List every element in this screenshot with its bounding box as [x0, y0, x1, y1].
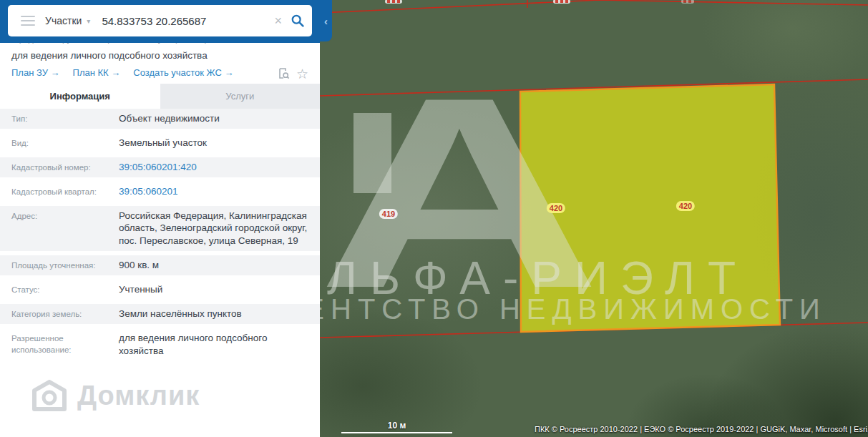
- table-row: Статус: Учтенный: [0, 280, 320, 300]
- chevron-left-icon: ‹: [324, 15, 328, 27]
- row-value: 900 кв. м: [119, 259, 308, 272]
- search-bar: Участки ▾ ×: [8, 5, 312, 36]
- domclick-watermark-text: Домклик: [77, 380, 200, 411]
- table-row: Адрес: Российская Федерация, Калининград…: [0, 206, 320, 252]
- info-panel: Участки ▾ × Земельный участок 39:05:0602…: [0, 0, 320, 437]
- row-value: для ведения личного подсобного хозяйства: [119, 332, 308, 358]
- domclick-house-icon: [29, 379, 70, 412]
- table-row: Кадастровый номер: 39:05:060201:420: [0, 157, 320, 177]
- row-label: Кадастровый квартал:: [11, 187, 119, 198]
- cadastral-overlay: [320, 0, 868, 437]
- row-label: Разрешенное использование:: [11, 333, 119, 355]
- tab-services[interactable]: Услуги: [160, 84, 321, 109]
- map-scale-label: 10 м: [388, 421, 406, 431]
- action-link[interactable]: План КК →: [73, 67, 121, 78]
- action-link[interactable]: Создать участок ЖС →: [133, 67, 233, 78]
- document-search-icon[interactable]: [277, 67, 290, 80]
- panel-collapse-button[interactable]: ‹: [320, 0, 332, 41]
- row-label: Тип:: [11, 114, 119, 125]
- clear-search-icon[interactable]: ×: [274, 14, 282, 27]
- map-attribution: ПКК © Росреестр 2010-2022 | ЕЭКО © Росре…: [535, 425, 868, 433]
- search-category-value: Участки: [45, 15, 82, 26]
- map-label-419[interactable]: 419: [379, 209, 398, 219]
- map-label-420-a[interactable]: 420: [547, 203, 565, 213]
- table-row: Вид: Земельный участок: [0, 133, 320, 153]
- search-category-dropdown[interactable]: Участки ▾: [45, 15, 90, 26]
- star-icon[interactable]: ☆: [296, 67, 308, 81]
- row-value: 39:05:060201: [119, 185, 308, 198]
- map-label-partial: [681, 0, 694, 4]
- row-value: Учтенный: [119, 283, 308, 296]
- satellite-map[interactable]: А АЛЬФА-РИЭЛТ АГЕНТСТВО НЕДВИЖИМОСТИ 419…: [320, 0, 868, 437]
- table-row: Площадь уточненная: 900 кв. м: [0, 255, 320, 275]
- row-label: Статус:: [11, 285, 119, 296]
- tab-information[interactable]: Информация: [0, 84, 160, 109]
- app-root: А АЛЬФА-РИЭЛТ АГЕНТСТВО НЕДВИЖИМОСТИ 419…: [0, 0, 868, 437]
- map-label-partial: [553, 0, 570, 4]
- row-label: Вид:: [11, 138, 119, 149]
- domclick-watermark: Домклик: [29, 379, 200, 412]
- menu-icon[interactable]: [21, 13, 35, 29]
- row-value: 39:05:060201:420: [119, 161, 308, 174]
- table-row: Тип: Объект недвижимости: [0, 109, 320, 129]
- map-label-partial: [385, 0, 402, 4]
- row-value: Земли населённых пунктов: [119, 308, 308, 320]
- row-value: Российская Федерация, Калининградская об…: [119, 210, 308, 248]
- head-icons: ☆: [277, 67, 308, 81]
- search-icon: [291, 14, 305, 28]
- row-label: Адрес:: [11, 211, 119, 222]
- table-row: Кадастровый квартал: 39:05:060201: [0, 182, 320, 202]
- table-row: Разрешенное использование: для ведения л…: [0, 328, 320, 361]
- row-label: Кадастровый номер:: [11, 162, 119, 174]
- info-table: Тип: Объект недвижимости Вид: Земельный …: [0, 109, 320, 361]
- chevron-down-icon: ▾: [87, 17, 90, 25]
- search-input[interactable]: [100, 14, 270, 28]
- search-header: Участки ▾ ×: [0, 0, 320, 43]
- map-scale-bar: 10 м: [341, 421, 452, 433]
- permitted-use-text: для ведения личного подсобного хозяйства: [11, 50, 308, 61]
- tab-bar: Информация Услуги: [0, 84, 320, 109]
- row-value: Объект недвижимости: [119, 112, 308, 125]
- row-label: Площадь уточненная:: [11, 260, 119, 272]
- action-link[interactable]: План ЗУ →: [11, 67, 60, 78]
- table-row: Категория земель: Земли населённых пункт…: [0, 304, 320, 324]
- row-value: Земельный участок: [119, 137, 308, 149]
- action-links-row: План ЗУ → План КК → Создать участок ЖС →…: [11, 67, 308, 78]
- search-button[interactable]: [291, 14, 305, 28]
- row-label: Категория земель:: [11, 309, 119, 320]
- map-label-420-b[interactable]: 420: [676, 201, 695, 211]
